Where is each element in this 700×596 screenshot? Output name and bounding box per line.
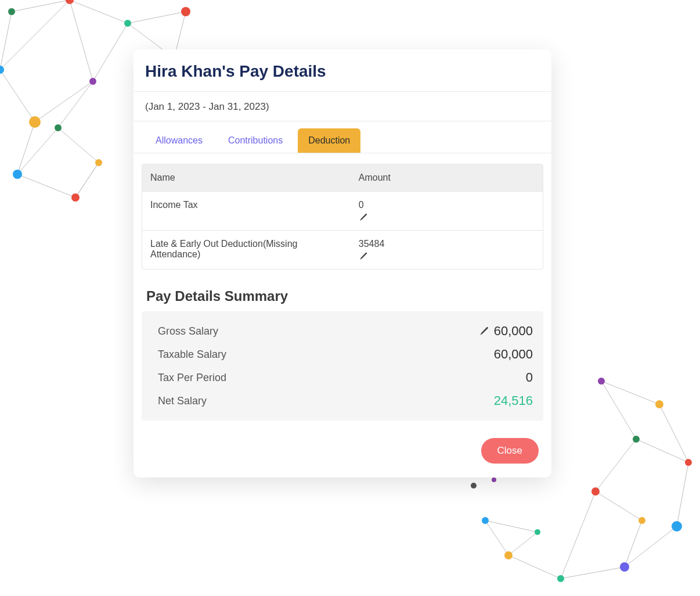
- svg-point-28: [71, 193, 80, 202]
- svg-point-54: [638, 517, 645, 524]
- tabs: Allowances Contributions Deduction: [133, 121, 551, 153]
- svg-line-36: [601, 381, 636, 439]
- summary-label: Net Salary: [158, 395, 207, 407]
- svg-line-6: [17, 174, 75, 198]
- svg-line-41: [636, 439, 688, 462]
- svg-line-39: [625, 520, 642, 567]
- svg-point-20: [124, 20, 131, 27]
- svg-point-52: [633, 436, 640, 443]
- svg-point-18: [8, 8, 15, 15]
- row-amount-cell: 35484: [351, 231, 543, 269]
- svg-point-29: [95, 159, 102, 166]
- svg-line-5: [17, 122, 35, 174]
- svg-point-22: [181, 7, 190, 16]
- summary-amount-net: 24,516: [494, 393, 533, 408]
- svg-point-47: [620, 562, 629, 572]
- row-amount: 0: [359, 200, 535, 210]
- svg-line-13: [0, 0, 70, 70]
- tab-deduction[interactable]: Deduction: [298, 128, 360, 153]
- svg-point-56: [535, 529, 540, 535]
- th-amount: Amount: [351, 164, 543, 191]
- summary-label: Taxable Salary: [158, 349, 226, 361]
- pay-period: (Jan 1, 2023 - Jan 31, 2023): [133, 92, 551, 121]
- svg-point-50: [655, 400, 663, 408]
- summary-amount: 0: [526, 370, 533, 385]
- svg-line-16: [17, 128, 58, 174]
- svg-line-40: [561, 491, 596, 579]
- summary-row-net: Net Salary 24,516: [158, 389, 533, 412]
- summary-title: Pay Details Summary: [133, 273, 551, 311]
- svg-point-53: [591, 487, 600, 496]
- svg-point-23: [0, 66, 4, 74]
- svg-line-3: [0, 12, 12, 70]
- svg-line-31: [561, 567, 625, 579]
- row-amount: 35484: [359, 239, 535, 249]
- svg-line-0: [12, 0, 70, 12]
- deduction-table: Name Amount Income Tax 0 Late & Early Ou…: [142, 164, 543, 270]
- svg-line-1: [70, 0, 128, 23]
- summary-label: Tax Per Period: [158, 372, 226, 384]
- summary-amount: 60,000: [494, 324, 533, 339]
- tab-allowances[interactable]: Allowances: [145, 128, 213, 153]
- svg-line-42: [485, 520, 508, 555]
- summary-row-taxable: Taxable Salary 60,000: [158, 343, 533, 366]
- svg-point-58: [492, 477, 496, 482]
- close-button[interactable]: Close: [481, 438, 539, 464]
- th-name: Name: [142, 164, 351, 191]
- summary-value: 60,000: [479, 324, 533, 339]
- svg-point-25: [89, 78, 96, 85]
- svg-point-48: [672, 521, 682, 532]
- summary-box: Gross Salary 60,000 Taxable Salary 60,00…: [142, 311, 543, 421]
- svg-line-35: [601, 381, 659, 404]
- svg-line-7: [75, 163, 99, 198]
- svg-line-33: [677, 462, 688, 526]
- table-row: Late & Early Out Deduction(Missing Atten…: [142, 230, 543, 269]
- svg-line-34: [659, 404, 688, 462]
- svg-line-8: [58, 128, 99, 163]
- svg-line-38: [596, 491, 642, 520]
- modal-header: Hira Khan's Pay Details: [133, 49, 551, 92]
- svg-point-49: [685, 459, 692, 466]
- summary-row-gross: Gross Salary 60,000: [158, 319, 533, 343]
- pencil-icon[interactable]: [359, 213, 368, 222]
- svg-line-11: [93, 23, 128, 81]
- svg-point-51: [598, 378, 605, 385]
- svg-point-55: [482, 517, 489, 524]
- svg-point-57: [471, 483, 477, 489]
- tab-contributions[interactable]: Contributions: [218, 128, 293, 153]
- svg-point-26: [55, 124, 62, 131]
- pencil-icon[interactable]: [479, 326, 489, 336]
- table-header: Name Amount: [142, 164, 543, 191]
- row-name: Late & Early Out Deduction(Missing Atten…: [142, 231, 351, 268]
- summary-label: Gross Salary: [158, 325, 218, 338]
- svg-line-10: [70, 0, 93, 81]
- modal-title: Hira Khan's Pay Details: [145, 62, 540, 81]
- svg-line-15: [128, 12, 186, 23]
- svg-line-37: [596, 439, 636, 491]
- svg-point-45: [504, 551, 513, 559]
- svg-line-44: [508, 532, 537, 555]
- svg-point-46: [557, 575, 564, 582]
- pencil-icon[interactable]: [359, 252, 368, 261]
- svg-line-17: [75, 163, 99, 198]
- pay-details-modal: Hira Khan's Pay Details (Jan 1, 2023 - J…: [133, 49, 551, 477]
- summary-amount: 60,000: [494, 347, 533, 362]
- svg-line-43: [485, 520, 537, 532]
- svg-line-32: [625, 526, 677, 567]
- svg-point-19: [66, 0, 74, 4]
- modal-footer: Close: [133, 426, 551, 477]
- svg-line-12: [35, 81, 93, 122]
- svg-line-4: [0, 70, 35, 122]
- row-amount-cell: 0: [351, 192, 543, 230]
- table-row: Income Tax 0: [142, 191, 543, 230]
- row-name: Income Tax: [142, 192, 351, 218]
- svg-point-24: [29, 116, 41, 128]
- svg-line-30: [508, 555, 561, 579]
- svg-line-9: [58, 81, 93, 128]
- summary-row-taxper: Tax Per Period 0: [158, 366, 533, 389]
- svg-point-27: [13, 170, 22, 179]
